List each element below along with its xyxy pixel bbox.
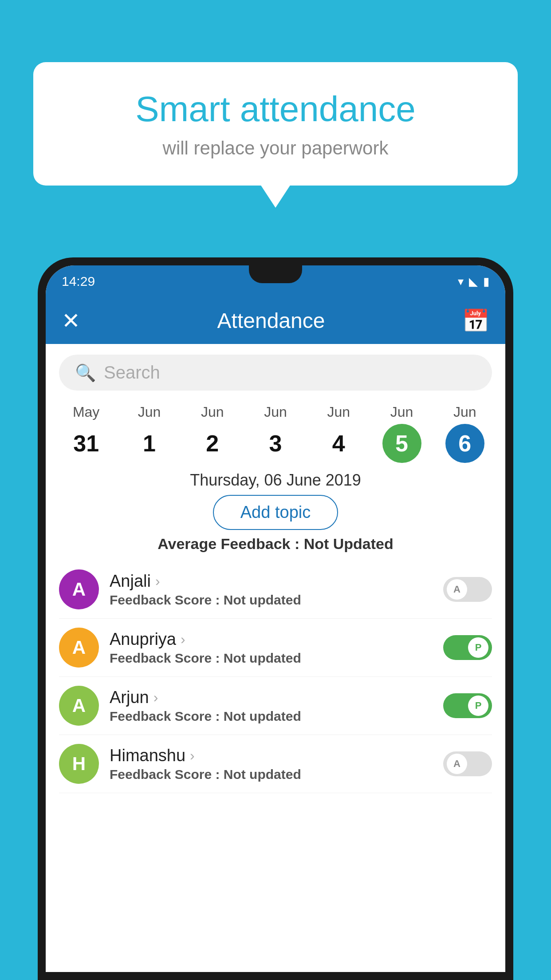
- toggle-anjali[interactable]: A: [443, 577, 492, 602]
- speech-bubble: Smart attendance will replace your paper…: [33, 62, 518, 186]
- avg-feedback-label: Average Feedback :: [157, 535, 299, 552]
- date-may-31[interactable]: May 31: [67, 404, 106, 463]
- student-info-arjun: Arjun › Feedback Score : Not updated: [110, 688, 443, 724]
- signal-icon: ◣: [469, 275, 478, 288]
- search-placeholder: Search: [104, 363, 160, 383]
- student-name-himanshu: Himanshu: [110, 746, 185, 765]
- avg-feedback: Average Feedback : Not Updated: [46, 535, 505, 553]
- toggle-anupriya[interactable]: P: [443, 635, 492, 660]
- speech-bubble-container: Smart attendance will replace your paper…: [33, 62, 518, 186]
- student-anjali[interactable]: A Anjali › Feedback Score : Not updated …: [59, 561, 492, 619]
- student-name-anupriya: Anupriya: [110, 630, 176, 649]
- toggle-arjun[interactable]: P: [443, 693, 492, 718]
- student-name-anjali: Anjali: [110, 572, 151, 591]
- chevron-icon-himanshu: ›: [190, 747, 195, 764]
- date-strip: May 31 Jun 1 Jun 2 Jun 3 Jun 4 Jun 5: [46, 399, 505, 463]
- app-toolbar: ✕ Attendance 📅: [46, 297, 505, 344]
- wifi-icon: ▾: [458, 275, 464, 288]
- student-list: A Anjali › Feedback Score : Not updated …: [46, 561, 505, 793]
- student-anupriya[interactable]: A Anupriya › Feedback Score : Not update…: [59, 619, 492, 677]
- toggle-himanshu[interactable]: A: [443, 751, 492, 776]
- avatar-himanshu: H: [59, 744, 99, 784]
- student-info-himanshu: Himanshu › Feedback Score : Not updated: [110, 746, 443, 782]
- chevron-icon-anjali: ›: [155, 573, 160, 589]
- student-info-anjali: Anjali › Feedback Score : Not updated: [110, 572, 443, 608]
- date-jun-5[interactable]: Jun 5: [382, 404, 421, 463]
- avatar-arjun: A: [59, 686, 99, 726]
- add-topic-button[interactable]: Add topic: [213, 495, 338, 530]
- avg-feedback-value: Not Updated: [304, 535, 394, 552]
- toggle-knob-anjali: A: [447, 579, 467, 600]
- date-jun-3[interactable]: Jun 3: [256, 404, 295, 463]
- toggle-knob-arjun: P: [468, 695, 488, 716]
- close-icon[interactable]: ✕: [62, 308, 80, 334]
- status-time: 14:29: [62, 274, 95, 289]
- chevron-icon-anupriya: ›: [181, 631, 185, 648]
- add-topic-section: Add topic: [46, 495, 505, 530]
- status-bar: 14:29 ▾ ◣ ▮: [46, 265, 505, 297]
- toggle-knob-anupriya: P: [468, 637, 488, 658]
- student-arjun[interactable]: A Arjun › Feedback Score : Not updated P: [59, 677, 492, 735]
- speech-bubble-subtitle: will replace your paperwork: [69, 138, 482, 159]
- student-info-anupriya: Anupriya › Feedback Score : Not updated: [110, 630, 443, 666]
- avatar-anjali: A: [59, 569, 99, 609]
- toolbar-title: Attendance: [217, 308, 325, 333]
- selected-date: Thursday, 06 June 2019: [46, 471, 505, 490]
- student-himanshu[interactable]: H Himanshu › Feedback Score : Not update…: [59, 735, 492, 793]
- student-name-arjun: Arjun: [110, 688, 149, 707]
- battery-icon: ▮: [483, 275, 489, 288]
- phone-inner: 14:29 ▾ ◣ ▮ ✕ Attendance 📅 🔍 Search May …: [46, 265, 505, 972]
- date-jun-6[interactable]: Jun 6: [445, 404, 484, 463]
- date-jun-4[interactable]: Jun 4: [319, 404, 358, 463]
- toggle-knob-himanshu: A: [447, 754, 467, 774]
- speech-bubble-title: Smart attendance: [69, 89, 482, 130]
- calendar-icon[interactable]: 📅: [462, 308, 489, 334]
- status-icons: ▾ ◣ ▮: [458, 275, 489, 288]
- chevron-icon-arjun: ›: [153, 689, 158, 706]
- notch: [249, 265, 302, 283]
- date-jun-2[interactable]: Jun 2: [193, 404, 232, 463]
- phone-frame: 14:29 ▾ ◣ ▮ ✕ Attendance 📅 🔍 Search May …: [38, 257, 513, 980]
- search-icon: 🔍: [75, 363, 96, 383]
- date-jun-1[interactable]: Jun 1: [130, 404, 169, 463]
- search-bar[interactable]: 🔍 Search: [59, 355, 492, 391]
- avatar-anupriya: A: [59, 628, 99, 668]
